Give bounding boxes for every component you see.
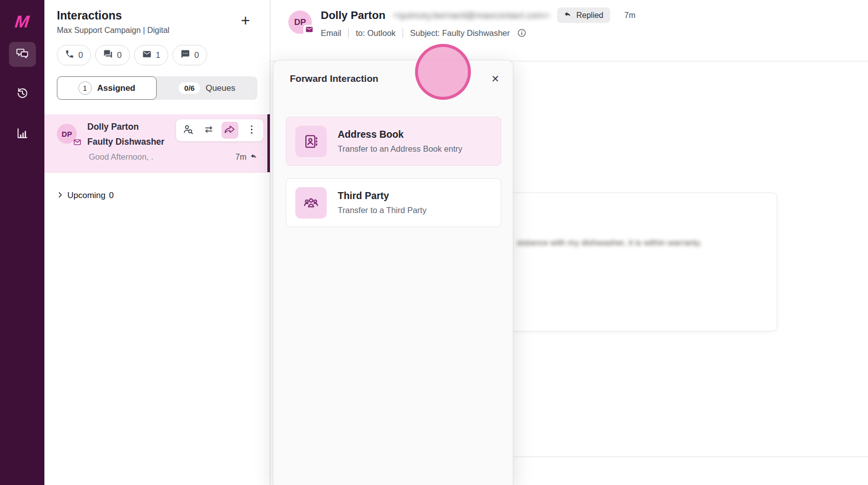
email-message-card: [499, 193, 777, 331]
sidebar-item-history[interactable]: [9, 82, 36, 107]
envelope-icon: [305, 25, 313, 35]
upcoming-section-toggle[interactable]: Upcoming 0: [44, 173, 270, 201]
option-description: Transfer to an Address Book entry: [338, 144, 462, 154]
queues-tab-label: Queues: [206, 83, 235, 93]
bar-chart-icon: [15, 126, 29, 142]
reply-icon: [564, 10, 572, 20]
sidebar-item-reports[interactable]: [9, 122, 36, 147]
envelope-icon: [73, 138, 82, 147]
option-title: Third Party: [338, 190, 427, 202]
meta-divider: [403, 28, 403, 38]
info-icon[interactable]: [517, 28, 527, 38]
option-text: Address Book Transfer to an Address Book…: [338, 129, 462, 154]
reply-area-divider: [513, 457, 868, 457]
forward-button[interactable]: [221, 122, 238, 139]
chat-count: 0: [117, 50, 121, 60]
phone-count: 0: [78, 50, 83, 60]
upcoming-count: 0: [109, 191, 114, 201]
conversation-preview: Good Afternoon, .: [89, 152, 153, 162]
conversation-name: Dolly Parton: [87, 122, 139, 132]
option-third-party[interactable]: Third Party Transfer to a Third Party: [286, 178, 501, 227]
more-options-button[interactable]: [244, 123, 259, 138]
option-address-book[interactable]: Address Book Transfer to an Address Book…: [286, 117, 501, 166]
assign-agent-button[interactable]: [181, 123, 196, 138]
conversation-subject: Faulty Dishwasher: [87, 137, 165, 147]
campaign-subtitle: Max Support Campaign | Digital: [57, 26, 258, 35]
tab-assigned[interactable]: 1 Assigned: [57, 76, 157, 100]
sms-icon: [181, 49, 190, 61]
chat-icon: [103, 49, 113, 61]
email-body-snippet: sistance with my dishwasher, it is withi…: [517, 238, 702, 248]
sender-row: Dolly Parton <quincey.bernard@maxcontact…: [321, 7, 636, 23]
channel-label: Email: [321, 28, 341, 38]
sms-count: 0: [194, 50, 199, 60]
list-tabs: 1 Assigned 0/6 Queues: [57, 76, 257, 100]
email-meta-row: Email to: Outlook Subject: Faulty Dishwa…: [321, 28, 527, 38]
modal-title: Forward Interaction: [290, 73, 378, 84]
subject-label: Subject: Faulty Dishwasher: [410, 28, 510, 38]
recipient-label: to: Outlook: [356, 28, 396, 38]
replied-label: Replied: [576, 11, 603, 20]
swap-arrows-icon: [203, 124, 215, 137]
sms-counter[interactable]: 0: [173, 45, 207, 65]
sender-email-blurred: <quincey.bernard@maxcontact.com>: [393, 10, 550, 21]
option-description: Transfer to a Third Party: [338, 206, 427, 215]
interactions-panel: Interactions Max Support Campaign | Digi…: [44, 0, 270, 485]
close-icon: ✕: [491, 73, 500, 85]
status-badge-replied: Replied: [557, 7, 610, 23]
app-window: M: [0, 0, 868, 485]
sidebar-nav: M: [0, 0, 44, 485]
chevron-right-icon: [56, 191, 64, 201]
upcoming-label: Upcoming: [67, 191, 106, 201]
conversation-list-item[interactable]: DP Dolly Parton Faulty Dishwasher Good A…: [44, 114, 270, 173]
phone-icon: [65, 49, 74, 61]
reply-icon: [250, 152, 258, 162]
brand-logo: M: [14, 13, 30, 30]
channel-counters: 0 0 1 0: [44, 35, 270, 65]
panel-header: Interactions Max Support Campaign | Digi…: [44, 0, 270, 35]
transfer-button[interactable]: [201, 123, 216, 138]
page-title: Interactions: [57, 9, 258, 22]
email-counter[interactable]: 1: [134, 45, 168, 65]
email-header: DP Dolly Parton <quincey.bernard@maxcont…: [270, 0, 868, 61]
chat-bubbles-icon: [15, 46, 29, 62]
assigned-count-badge: 1: [78, 81, 92, 95]
meta-divider: [348, 28, 349, 38]
kebab-menu-icon: [246, 124, 257, 137]
sender-name: Dolly Parton: [321, 9, 386, 22]
conversation-time: 7m: [235, 152, 258, 162]
address-book-icon: [295, 126, 327, 157]
option-text: Third Party Transfer to a Third Party: [338, 190, 427, 215]
phone-counter[interactable]: 0: [57, 45, 91, 65]
people-group-icon: [295, 187, 327, 219]
conversation-time-label: 7m: [235, 153, 246, 162]
click-indicator: [415, 44, 471, 100]
forward-arrow-icon: [224, 124, 236, 137]
close-button[interactable]: ✕: [488, 71, 503, 86]
email-count: 1: [156, 50, 160, 60]
history-icon: [15, 86, 29, 102]
chat-counter[interactable]: 0: [95, 45, 129, 65]
conversation-action-toolbar: [176, 119, 263, 141]
email-channel-badge: [303, 25, 315, 35]
option-title: Address Book: [338, 129, 462, 140]
tab-queues[interactable]: 0/6 Queues: [157, 76, 257, 100]
forward-interaction-modal: Forward Interaction ✕ Address Book Trans…: [273, 60, 513, 485]
assigned-tab-label: Assigned: [97, 83, 136, 93]
sidebar-item-interactions[interactable]: [9, 42, 36, 67]
person-search-icon: [183, 124, 194, 137]
envelope-icon: [142, 49, 152, 61]
add-interaction-button[interactable]: +: [241, 13, 250, 28]
queues-count-badge: 0/6: [179, 82, 200, 94]
message-age: 7m: [625, 11, 636, 20]
